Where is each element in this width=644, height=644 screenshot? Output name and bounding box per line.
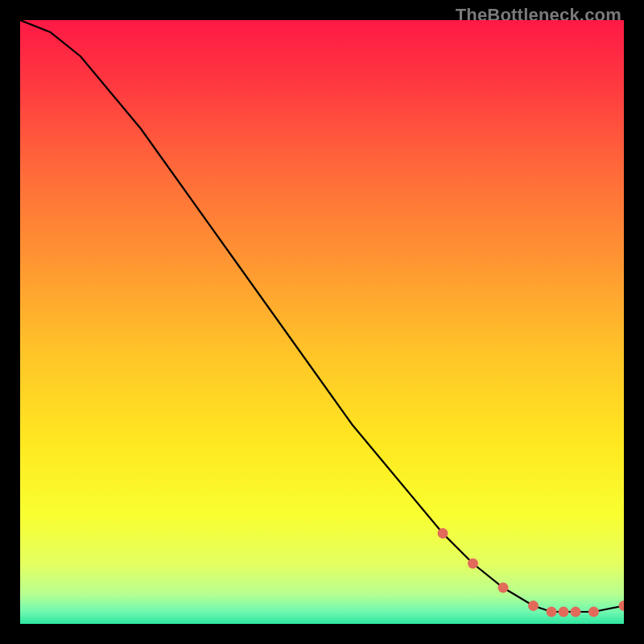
curve-point [547,607,557,617]
curve-point [498,583,509,593]
curve-point [438,528,448,539]
curve-point [528,601,539,611]
curve-point [468,559,478,569]
plot-area [20,20,624,624]
chart-container: TheBottleneck.com [0,0,644,644]
curve-point [619,601,625,611]
bottleneck-curve [20,20,624,612]
curve-point [588,607,599,617]
curve-point [571,607,581,617]
curve-layer [20,20,624,624]
highlighted-points [438,528,625,617]
curve-point [559,607,569,617]
